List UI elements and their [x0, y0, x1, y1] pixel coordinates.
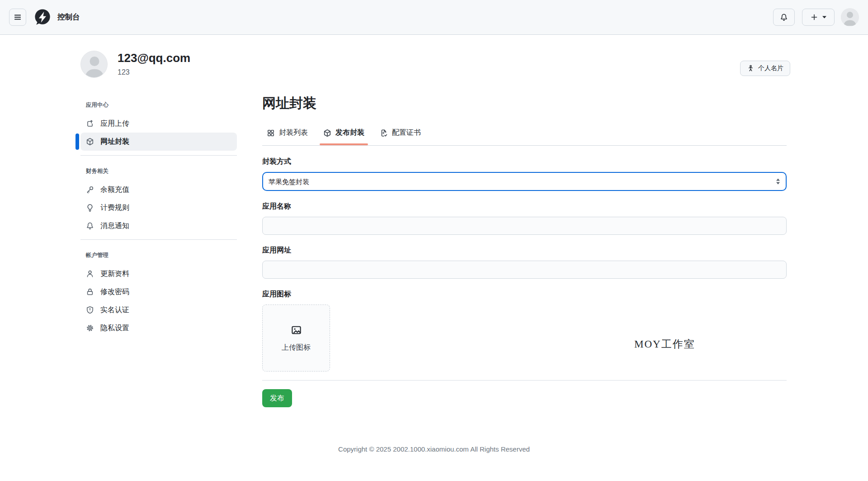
profile-email: 123@qq.com	[118, 51, 190, 66]
sidebar-item-notifications[interactable]: 消息通知	[80, 217, 237, 235]
person-icon	[86, 270, 94, 278]
notifications-button[interactable]	[773, 9, 795, 26]
sidebar-item-label: 更新资料	[100, 269, 129, 279]
plus-icon	[811, 14, 818, 21]
footer-copyright: Copyright © 2025 2002.1000.xiaomiou.com …	[0, 445, 868, 453]
form-divider	[262, 380, 787, 381]
sidebar-section-heading: 财务相关	[80, 167, 237, 175]
tab-package-list[interactable]: 封装列表	[262, 123, 312, 145]
create-new-button[interactable]	[802, 9, 835, 26]
sidebar-item-recharge[interactable]: 余额充值	[80, 181, 237, 199]
avatar-silhouette-icon	[841, 8, 859, 26]
sidebar-item-change-password[interactable]: 修改密码	[80, 283, 237, 301]
personal-card-label: 个人名片	[758, 64, 783, 72]
header-title: 控制台	[57, 12, 80, 22]
sidebar-item-label: 计费规则	[100, 203, 129, 213]
file-check-icon	[380, 129, 388, 137]
tab-publish-package[interactable]: 发布封装	[319, 123, 369, 145]
header-avatar[interactable]	[841, 8, 859, 26]
image-icon	[290, 324, 302, 336]
package-method-label: 封装方式	[262, 157, 787, 167]
sidebar-item-label: 消息通知	[100, 221, 129, 231]
sidebar-item-label: 实名认证	[100, 305, 129, 315]
tab-label: 发布封装	[335, 128, 364, 138]
package-icon	[323, 129, 331, 137]
sidebar-nav: 应用中心 应用上传 网址封装 财务相关 余额充值 计费规则	[80, 101, 237, 337]
profile-username: 123	[118, 68, 190, 76]
package-method-select-wrap: 苹果免签封装	[262, 172, 787, 191]
package-icon	[86, 138, 94, 146]
app-url-label: 应用网址	[262, 246, 787, 255]
hamburger-icon	[14, 13, 22, 21]
hamburger-menu-button[interactable]	[9, 9, 26, 26]
avatar-silhouette-icon	[81, 51, 108, 78]
main-content: 网址封装 封装列表 发布封装 配置证书 封装方式	[262, 94, 787, 407]
top-header: 控制台	[0, 0, 868, 35]
shield-icon	[86, 306, 94, 314]
logo-bolt-icon	[34, 9, 51, 26]
tab-label: 配置证书	[392, 128, 421, 138]
profile-text: 123@qq.com 123	[118, 51, 190, 76]
tab-configure-certificate[interactable]: 配置证书	[375, 123, 425, 145]
key-icon	[86, 186, 94, 194]
grid-icon	[267, 129, 275, 137]
upload-icon-text: 上传图标	[282, 343, 311, 352]
bell-icon	[86, 222, 94, 230]
sidebar-item-update-profile[interactable]: 更新资料	[80, 265, 237, 283]
upload-icon	[86, 119, 94, 128]
sidebar-item-label: 网址封装	[100, 137, 129, 147]
sidebar-item-label: 应用上传	[100, 119, 129, 129]
icon-upload-dropzone[interactable]: 上传图标	[262, 305, 330, 371]
sidebar-divider	[80, 239, 237, 240]
tab-label: 封装列表	[279, 128, 308, 138]
sidebar-item-real-name-verify[interactable]: 实名认证	[80, 301, 237, 319]
personal-card-button[interactable]: 个人名片	[740, 61, 790, 76]
gear-icon	[86, 324, 94, 332]
sidebar-item-label: 修改密码	[100, 287, 129, 297]
app-url-input[interactable]	[262, 261, 787, 279]
sidebar-section-heading: 帐户管理	[80, 252, 237, 259]
sidebar-item-privacy-settings[interactable]: 隐私设置	[80, 319, 237, 337]
app-logo[interactable]	[34, 9, 51, 26]
bell-icon	[780, 13, 788, 21]
sidebar-item-label: 隐私设置	[100, 324, 129, 333]
profile-avatar[interactable]	[80, 51, 108, 78]
sidebar-item-url-package[interactable]: 网址封装	[80, 133, 237, 151]
studio-watermark: MOY工作室	[634, 337, 695, 351]
app-icon-label: 应用图标	[262, 290, 787, 299]
sidebar-item-label: 余额充值	[100, 185, 129, 195]
person-figure-icon	[747, 65, 755, 72]
app-name-label: 应用名称	[262, 202, 787, 211]
caret-down-icon	[822, 16, 826, 19]
app-name-input[interactable]	[262, 217, 787, 235]
publish-button[interactable]: 发布	[262, 389, 292, 407]
package-method-select[interactable]: 苹果免签封装	[262, 172, 787, 191]
user-profile: 123@qq.com 123	[80, 51, 190, 78]
tab-bar: 封装列表 发布封装 配置证书	[262, 123, 787, 146]
lightbulb-icon	[86, 204, 94, 212]
sidebar-section-heading: 应用中心	[80, 101, 237, 109]
sidebar-item-app-upload[interactable]: 应用上传	[80, 114, 237, 133]
lock-icon	[86, 288, 94, 296]
page-title: 网址封装	[262, 94, 787, 113]
sidebar-item-billing-rules[interactable]: 计费规则	[80, 199, 237, 217]
sidebar-divider	[80, 155, 237, 156]
